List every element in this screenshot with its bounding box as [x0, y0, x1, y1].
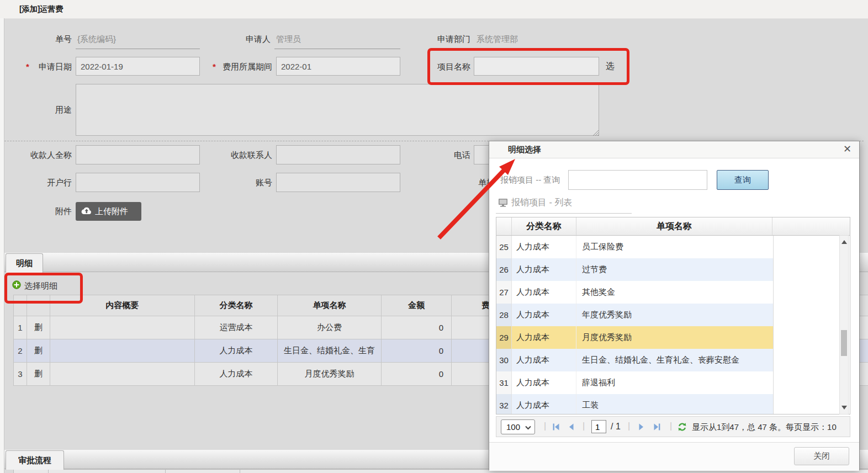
delete-row-link[interactable]: 删: [34, 346, 43, 356]
left-edge-strip: [0, 18, 4, 473]
department-value: 系统管理部: [477, 34, 518, 45]
apply-date-label: 申请日期: [30, 62, 72, 72]
expense-row-28[interactable]: 28 人力成本 年度优秀奖励: [496, 304, 774, 326]
next-page-icon[interactable]: [638, 423, 645, 433]
modal-title: 明细选择: [508, 145, 541, 155]
expense-period-label: 费用所属期间: [217, 62, 272, 72]
list-title: 报销项目 - 列表: [511, 197, 572, 209]
delete-row-link[interactable]: 删: [34, 369, 43, 379]
select-detail-button[interactable]: 选择明细: [12, 280, 57, 291]
attachment-label: 附件: [39, 206, 72, 217]
expense-period-input[interactable]: [276, 57, 400, 76]
app-window: [添加]运营费 单号 {系统编码} 申请人 管理员 申请部门 系统管理部 * 申…: [0, 0, 868, 473]
phone-label: 电话: [410, 150, 470, 161]
detail-select-modal: 明细选择 ✕ 报销项目 -- 查询 查询 报销项目 - 列表 分类名称 单项名称…: [489, 141, 860, 470]
tab-detail[interactable]: 明细: [6, 253, 43, 273]
account-input[interactable]: [276, 173, 400, 192]
bank-input[interactable]: [76, 173, 200, 192]
modal-footer: 关闭: [489, 442, 859, 471]
payee-name-input[interactable]: [76, 145, 200, 164]
scroll-down-arrow-icon[interactable]: [841, 406, 847, 410]
delete-row-link[interactable]: 删: [34, 322, 43, 333]
prev-page-icon[interactable]: [568, 423, 575, 433]
department-label: 申请部门: [410, 34, 470, 45]
purpose-label: 用途: [39, 105, 72, 115]
select-detail-label: 选择明细: [24, 281, 57, 291]
payee-contact-input[interactable]: [276, 145, 400, 164]
pagination-stats: 显示从1到47，总 47 条。每页显示：10: [692, 422, 837, 433]
tab-approval-flow[interactable]: 审批流程: [6, 450, 64, 470]
header-category: 分类名称: [512, 217, 576, 235]
refresh-icon[interactable]: [678, 422, 687, 434]
pagination-bar: 100 | | / 1 | | 显示从1到47，总: [496, 416, 850, 437]
add-plus-icon: [12, 280, 21, 291]
expense-item-table-header: 分类名称 单项名称: [496, 217, 850, 236]
order-no-label: 单号: [11, 34, 72, 45]
page-title: [添加]运营费: [19, 4, 63, 14]
project-name-label: 项目名称: [410, 62, 470, 72]
window-title-bar: [添加]运营费: [0, 0, 868, 19]
scroll-up-arrow-icon[interactable]: [841, 240, 847, 244]
search-input[interactable]: [568, 170, 707, 190]
header-summary: 内容概要: [50, 295, 195, 316]
list-scrollbar[interactable]: [839, 235, 849, 414]
project-name-input[interactable]: [474, 57, 599, 76]
query-button[interactable]: 查询: [717, 170, 769, 190]
search-label: 报销项目 -- 查询: [500, 175, 560, 185]
upload-attachment-label: 上传附件: [95, 206, 128, 217]
expense-row-29-highlighted[interactable]: 29 人力成本 月度优秀奖励: [496, 326, 774, 349]
payee-contact-label: 收款联系人: [211, 150, 272, 161]
apply-date-input[interactable]: [76, 57, 200, 76]
close-modal-button[interactable]: 关闭: [794, 447, 849, 465]
account-label: 账号: [211, 178, 272, 188]
expense-row-32[interactable]: 32 人力成本 工装: [496, 394, 774, 414]
expense-row-27[interactable]: 27 人力成本 其他奖金: [496, 281, 774, 304]
expense-item-table: 分类名称 单项名称 25 人力成本 员工保险费 26 人力成本 过节费 27 人…: [496, 217, 850, 414]
first-page-icon[interactable]: [552, 423, 560, 433]
page-size-select[interactable]: 100: [501, 419, 535, 434]
expense-row-31[interactable]: 31 人力成本 辞退福利: [496, 371, 774, 394]
page-count: / 1: [611, 422, 621, 432]
modal-title-bar: 明细选择 ✕: [489, 141, 859, 158]
expense-row-25[interactable]: 25 人力成本 员工保险费: [496, 236, 774, 258]
header-item: 单项名称: [278, 295, 382, 316]
bank-label: 开户行: [11, 178, 72, 188]
expense-row-26[interactable]: 26 人力成本 过节费: [496, 258, 774, 281]
applicant-label: 申请人: [210, 34, 271, 45]
chevron-down-icon: [525, 426, 531, 430]
purpose-textarea[interactable]: [76, 84, 599, 136]
applicant-value: 管理员: [276, 34, 301, 45]
project-picker-link[interactable]: 选: [606, 61, 615, 72]
modal-close-icon[interactable]: ✕: [843, 144, 851, 155]
applicant-underline: [274, 49, 400, 49]
order-no-value: {系统编码}: [77, 34, 116, 45]
list-title-underline: [496, 213, 632, 214]
upload-attachment-button[interactable]: 上传附件: [76, 202, 141, 221]
expense-period-required-mark: *: [213, 62, 216, 71]
apply-date-required-mark: *: [26, 62, 29, 71]
scrollbar-thumb[interactable]: [841, 330, 847, 356]
order-no-underline: [76, 49, 200, 49]
header-amount: 金额: [382, 295, 452, 316]
last-page-icon[interactable]: [653, 423, 661, 433]
page-number-input[interactable]: [591, 420, 606, 433]
monitor-icon: [498, 198, 508, 209]
expense-row-30[interactable]: 30 人力成本 生日金、结婚礼金、生育礼金、丧葬安慰金: [496, 349, 774, 371]
payee-name-label: 收款人全称: [11, 150, 72, 161]
header-category: 分类名称: [195, 295, 278, 316]
header-item: 单项名称: [576, 217, 772, 235]
cloud-upload-icon: [81, 206, 92, 216]
